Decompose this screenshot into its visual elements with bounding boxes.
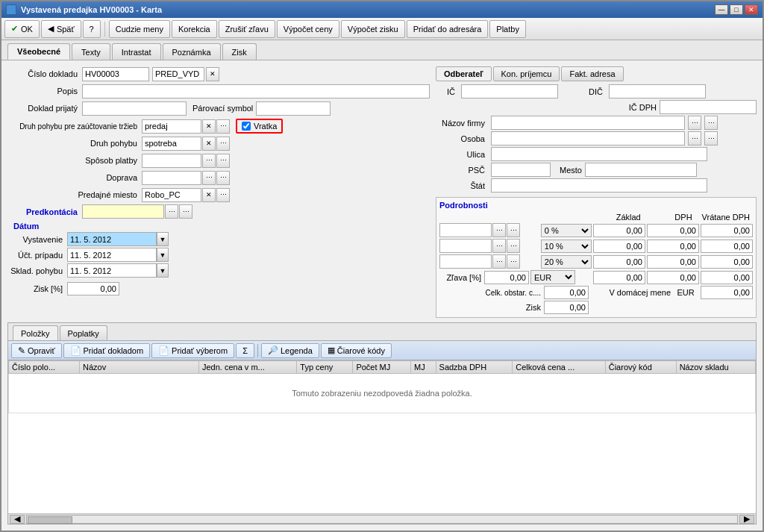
sposob-platby-browse2[interactable]: ⋯ (216, 154, 230, 168)
cinnost-input[interactable] (439, 254, 492, 269)
pred-vyd-input[interactable] (152, 67, 204, 81)
psc-input[interactable] (491, 163, 551, 177)
tab-fakt-adresa[interactable]: Fakt. adresa (561, 66, 623, 81)
ic-input[interactable] (461, 84, 558, 98)
v-domac-value[interactable] (701, 286, 753, 299)
tab-zisk[interactable]: Zisk (222, 43, 257, 60)
horizontal-scrollbar[interactable]: ◀ ▶ (8, 513, 756, 524)
maximize-button[interactable]: □ (730, 4, 743, 15)
zakazka-browse2[interactable]: ⋯ (507, 239, 520, 253)
scroll-track[interactable] (26, 515, 738, 524)
sklad-pohybu-dropdown[interactable]: ▼ (157, 263, 169, 278)
predajne-miesto-input[interactable] (142, 188, 201, 202)
vypocet-ceny-button[interactable]: Výpočet ceny (277, 20, 339, 38)
dic-input[interactable] (609, 84, 706, 98)
uct-pripadu-dropdown[interactable]: ▼ (157, 248, 169, 262)
zlava-input[interactable] (484, 271, 529, 284)
ciarove-kody-button[interactable]: ▦ Čiarové kódy (321, 343, 392, 358)
nazov-firmy-browse2[interactable]: ⋯ (704, 116, 718, 130)
druh-pohybu-zauc-browse[interactable]: ⋯ (216, 119, 230, 134)
zaklad-1[interactable] (593, 240, 645, 253)
zakazka-input[interactable] (439, 239, 492, 253)
predkontacia-browse[interactable]: ⋯ (165, 204, 178, 219)
rate-select-2[interactable]: 0 %10 %20 % (541, 255, 592, 269)
tab-kon-prijemcu[interactable]: Kon. príjemcu (493, 66, 560, 81)
korekcia-button[interactable]: Korekcia (172, 20, 217, 38)
dph-2[interactable] (647, 255, 699, 269)
vrat-total[interactable] (701, 271, 753, 284)
stredisko-browse[interactable]: ⋯ (492, 223, 506, 237)
tab-poplatky[interactable]: Poplatky (60, 325, 107, 340)
help-button[interactable]: ? (83, 20, 101, 38)
cinnost-browse[interactable]: ⋯ (492, 254, 506, 269)
pridat-vyberom-button[interactable]: 📄 Pridať výberom (151, 343, 234, 358)
vypocet-zisku-button[interactable]: Výpočet zisku (341, 20, 405, 38)
osoba-browse2[interactable]: ⋯ (704, 131, 718, 145)
zisk-percent-input[interactable] (67, 282, 119, 295)
zrusit-zlavu-button[interactable]: Zrušiť zľavu (219, 20, 275, 38)
cudzie-meny-button[interactable]: Cudzie meny (109, 20, 170, 38)
zaklad-0[interactable] (593, 224, 645, 237)
eur-select[interactable]: EUR (530, 270, 575, 284)
ok-button[interactable]: ✔ OK (4, 20, 40, 38)
dph-total[interactable] (647, 271, 699, 284)
tab-polozky[interactable]: Položky (13, 325, 58, 340)
druh-pohybu-input[interactable] (142, 137, 201, 151)
tab-vseobecne[interactable]: Všeobecné (7, 43, 70, 60)
predkontacia-input[interactable] (82, 204, 164, 219)
close-button[interactable]: ✕ (745, 4, 758, 15)
druh-pohybu-zauc-input[interactable] (142, 119, 201, 134)
celk-obstar-input[interactable] (544, 286, 589, 299)
cislo-dokladu-input[interactable] (82, 67, 149, 81)
sposob-platby-browse[interactable]: ⋯ (202, 154, 216, 168)
ic-dph-input[interactable] (660, 100, 757, 114)
nazov-firmy-input[interactable] (491, 116, 685, 130)
osoba-input[interactable] (491, 131, 685, 145)
tab-odberatel[interactable]: Odberateľ (436, 66, 492, 81)
zakazka-browse[interactable]: ⋯ (492, 239, 506, 253)
doklad-prijaty-input[interactable] (82, 101, 187, 116)
rate-select-1[interactable]: 0 %10 %20 % (541, 240, 592, 253)
platby-button[interactable]: Platby (489, 20, 526, 38)
popis-input[interactable] (82, 84, 430, 98)
predkontacia-browse2[interactable]: ⋯ (179, 204, 192, 219)
scroll-left[interactable]: ◀ (10, 515, 25, 524)
tab-poznamka[interactable]: Poznámka (163, 43, 221, 60)
legenda-button[interactable]: 🔎 Legenda (261, 343, 319, 358)
predajne-miesto-browse[interactable]: ⋯ (216, 188, 230, 202)
scroll-right[interactable]: ▶ (739, 515, 754, 524)
rate-select-0[interactable]: 0 %10 %20 % (541, 224, 592, 237)
parovaci-symbol-input[interactable] (256, 101, 331, 116)
osoba-browse[interactable]: ⋯ (688, 131, 701, 145)
vystavenie-dropdown[interactable]: ▼ (157, 232, 169, 246)
tab-texty[interactable]: Texty (72, 43, 110, 60)
opravit-button[interactable]: ✎ Opraviť (11, 343, 62, 358)
mesto-input[interactable] (585, 163, 697, 177)
doprava-browse2[interactable]: ⋯ (216, 171, 230, 185)
druh-pohybu-zauc-clear[interactable]: ✕ (202, 119, 216, 134)
stat-input[interactable] (491, 178, 707, 193)
vratka-checkbox[interactable] (242, 122, 251, 131)
back-button[interactable]: ◀ Späť (41, 20, 81, 38)
sposob-platby-input[interactable] (142, 154, 201, 168)
tab-intrastat[interactable]: Intrastat (112, 43, 161, 60)
pridat-adr-button[interactable]: Pridať do adresára (407, 20, 489, 38)
predajne-miesto-clear[interactable]: ✕ (202, 188, 216, 202)
zaklad-total[interactable] (593, 271, 645, 284)
cinnost-browse2[interactable]: ⋯ (507, 254, 520, 269)
stredisko-browse2[interactable]: ⋯ (507, 223, 520, 237)
sigma-button[interactable]: Σ (236, 343, 254, 358)
vrat-0[interactable] (701, 224, 753, 237)
druh-pohybu-browse[interactable]: ⋯ (216, 137, 230, 151)
ulica-input[interactable] (491, 147, 707, 161)
druh-pohybu-clear[interactable]: ✕ (202, 137, 216, 151)
vrat-1[interactable] (701, 240, 753, 253)
uct-pripadu-input[interactable] (67, 248, 157, 262)
pred-vyd-clear-button[interactable]: ✕ (206, 67, 219, 81)
vrat-2[interactable] (701, 255, 753, 269)
dph-1[interactable] (647, 240, 699, 253)
vystavenie-input[interactable] (67, 232, 157, 246)
nazov-firmy-browse[interactable]: ⋯ (688, 116, 701, 130)
zaklad-2[interactable] (593, 255, 645, 269)
zisk-input[interactable] (544, 301, 589, 314)
